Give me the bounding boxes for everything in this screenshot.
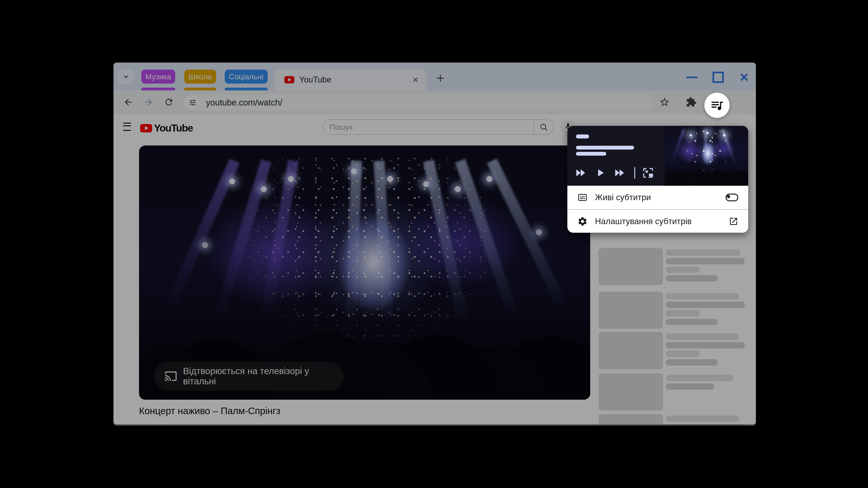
open-in-new-icon (729, 217, 738, 226)
live-captions-row[interactable]: Живі субтитри (567, 186, 748, 209)
media-session-card (567, 126, 748, 186)
media-thumbnail (664, 126, 748, 186)
media-controls-button[interactable] (704, 93, 730, 118)
caption-settings-row[interactable]: Налаштування субтитрів (567, 210, 748, 233)
live-captions-label: Живі субтитри (595, 193, 651, 202)
controls-divider (634, 167, 635, 179)
media-title-skeleton-bar (576, 134, 589, 138)
play-icon[interactable] (594, 167, 606, 179)
dim-overlay (114, 63, 756, 424)
browser-window: Музика Школа Соціальні YouTube (114, 63, 756, 424)
captions-icon (577, 192, 588, 203)
gear-icon (577, 216, 588, 227)
picture-in-picture-icon[interactable] (642, 166, 655, 180)
caption-settings-label: Налаштування субтитрів (595, 217, 692, 226)
queue-music-icon (710, 98, 724, 112)
media-controls-popup: Живі субтитри Налаштування субтитрів (567, 126, 748, 233)
next-track-icon[interactable] (613, 166, 627, 180)
media-title-skeleton-bar (576, 152, 606, 156)
media-title-skeleton-bar (576, 146, 634, 150)
live-captions-toggle[interactable] (725, 194, 738, 201)
screen: Музика Школа Соціальні YouTube (0, 0, 868, 488)
previous-track-icon[interactable] (574, 166, 588, 180)
